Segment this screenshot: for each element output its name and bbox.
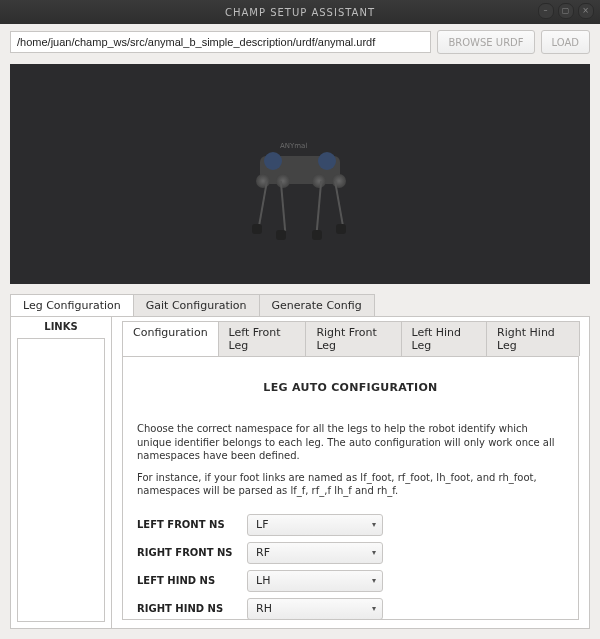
config-pane: Configuration Left Front Leg Right Front…: [112, 317, 589, 628]
tab-gait-configuration[interactable]: Gait Configuration: [133, 294, 260, 316]
dropdown-value: RH: [256, 602, 272, 615]
dropdown-right-hind-ns[interactable]: RH ▾: [247, 598, 383, 620]
close-button[interactable]: ×: [578, 3, 594, 19]
label-left-hind-ns: LEFT HIND NS: [137, 575, 247, 586]
row-left-hind-ns: LEFT HIND NS LH ▾: [137, 570, 564, 592]
namespace-form: LEFT FRONT NS LF ▾ RIGHT FRONT NS RF ▾: [137, 514, 564, 620]
outer-panel: LINKS Configuration Left Front Leg Right…: [10, 316, 590, 629]
chevron-down-icon: ▾: [372, 520, 376, 529]
inner-tab-strip: Configuration Left Front Leg Right Front…: [122, 321, 579, 356]
help-text-2: For instance, if your foot links are nam…: [137, 471, 564, 498]
load-button[interactable]: LOAD: [541, 30, 590, 54]
browse-urdf-button[interactable]: BROWSE URDF: [437, 30, 534, 54]
help-text-1: Choose the correct namespace for all the…: [137, 422, 564, 463]
outer-tab-strip: Leg Configuration Gait Configuration Gen…: [10, 294, 590, 316]
tab-generate-config[interactable]: Generate Config: [259, 294, 375, 316]
configuration-panel: LEG AUTO CONFIGURATION Choose the correc…: [122, 356, 579, 620]
dropdown-value: RF: [256, 546, 270, 559]
robot-foot-icon: [312, 230, 322, 240]
titlebar: CHAMP SETUP ASSISTANT – ▢ ×: [0, 0, 600, 24]
toolbar: BROWSE URDF LOAD: [0, 24, 600, 58]
robot-hip-icon: [318, 152, 336, 170]
dropdown-left-hind-ns[interactable]: LH ▾: [247, 570, 383, 592]
dropdown-value: LH: [256, 574, 270, 587]
tab-leg-configuration[interactable]: Leg Configuration: [10, 294, 134, 316]
tab-left-hind-leg[interactable]: Left Hind Leg: [401, 321, 488, 356]
links-pane: LINKS: [11, 317, 112, 628]
maximize-button[interactable]: ▢: [558, 3, 574, 19]
links-header: LINKS: [11, 317, 111, 336]
chevron-down-icon: ▾: [372, 548, 376, 557]
urdf-path-input[interactable]: [10, 31, 431, 53]
robot-leg-icon: [280, 181, 286, 231]
app-window: CHAMP SETUP ASSISTANT – ▢ × BROWSE URDF …: [0, 0, 600, 639]
tab-right-hind-leg[interactable]: Right Hind Leg: [486, 321, 580, 356]
tab-configuration[interactable]: Configuration: [122, 321, 219, 356]
chevron-down-icon: ▾: [372, 604, 376, 613]
links-list[interactable]: [17, 338, 105, 622]
robot-foot-icon: [276, 230, 286, 240]
robot-foot-icon: [336, 224, 346, 234]
minimize-button[interactable]: –: [538, 3, 554, 19]
robot-leg-icon: [316, 181, 322, 231]
dropdown-left-front-ns[interactable]: LF ▾: [247, 514, 383, 536]
section-title: LEG AUTO CONFIGURATION: [137, 381, 564, 394]
window-title: CHAMP SETUP ASSISTANT: [225, 7, 375, 18]
robot-joint-icon: [276, 174, 290, 188]
row-right-hind-ns: RIGHT HIND NS RH ▾: [137, 598, 564, 620]
chevron-down-icon: ▾: [372, 576, 376, 585]
row-right-front-ns: RIGHT FRONT NS RF ▾: [137, 542, 564, 564]
tab-right-front-leg[interactable]: Right Front Leg: [305, 321, 401, 356]
robot-badge: ANYmal: [280, 142, 307, 150]
robot-foot-icon: [252, 224, 262, 234]
label-right-front-ns: RIGHT FRONT NS: [137, 547, 247, 558]
dropdown-right-front-ns[interactable]: RF ▾: [247, 542, 383, 564]
window-controls: – ▢ ×: [538, 3, 594, 19]
label-left-front-ns: LEFT FRONT NS: [137, 519, 247, 530]
tab-left-front-leg[interactable]: Left Front Leg: [218, 321, 307, 356]
robot-3d-viewport[interactable]: ANYmal: [10, 64, 590, 284]
dropdown-value: LF: [256, 518, 268, 531]
robot-hip-icon: [264, 152, 282, 170]
row-left-front-ns: LEFT FRONT NS LF ▾: [137, 514, 564, 536]
label-right-hind-ns: RIGHT HIND NS: [137, 603, 247, 614]
robot-render: ANYmal: [210, 126, 390, 246]
